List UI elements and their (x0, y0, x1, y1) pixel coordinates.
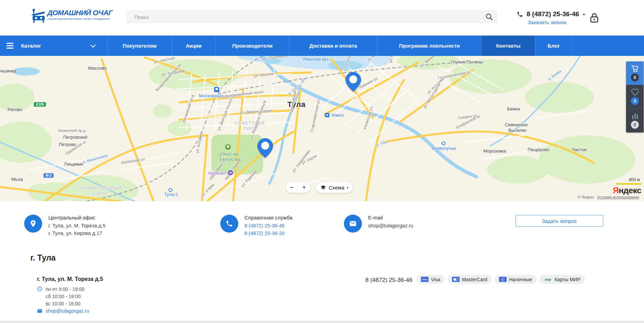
zoom-in-button[interactable]: + (298, 182, 310, 193)
payment-icon (499, 277, 507, 282)
branch-email-link[interactable]: shop@tulagorgaz.ru (46, 308, 89, 314)
payment-label: Наличные (509, 277, 532, 282)
compare-bars-icon (631, 112, 639, 120)
header-phone-block: 8 (4872) 25-36-46 Заказать звонок (517, 10, 585, 25)
map-label (442, 141, 445, 145)
nav-item-delivery[interactable]: Доставка и оплата (289, 36, 377, 56)
yandex-logo-ya: Я (613, 186, 619, 195)
payment-label: Карты МИР (555, 277, 580, 282)
hamburger-icon (7, 43, 13, 49)
email-title: E-mail (368, 215, 413, 221)
phone-circle-icon (220, 215, 238, 233)
search-button[interactable] (485, 13, 493, 21)
map-label: E105 (34, 102, 46, 107)
footer-edge (0, 321, 644, 323)
help-phones: 8 (4872) 25-36-468 (4872) 25-36-20 (244, 222, 292, 237)
branch-address: г. Тула, ул. М. Тореза д.5 (37, 276, 103, 282)
favorites-count-badge: 0 (631, 97, 639, 105)
help-title: Справочная служба (244, 215, 292, 221)
compare-count-badge: 0 (631, 121, 639, 129)
account-login-button[interactable] (589, 12, 599, 23)
header: Домашний Очаг Специализированный магазин… (0, 0, 644, 36)
lock-icon (589, 12, 599, 23)
nav-item-customers[interactable]: Покупателям (107, 36, 172, 56)
phone-dropdown[interactable]: 8 (4872) 25-36-46 (517, 10, 585, 18)
logo[interactable]: Домашний Очаг Специализированный магазин… (31, 8, 113, 23)
heart-icon (631, 88, 639, 96)
page: Домашний Очаг Специализированный магазин… (0, 0, 644, 323)
map-label: Тула-2 (164, 192, 178, 197)
payment-badge: мир Карты МИР (539, 275, 585, 284)
map-label: Ряжский вкз. (303, 57, 330, 62)
nav-item-catalog[interactable]: Каталог (0, 36, 107, 56)
phone-icon (517, 11, 523, 18)
cart-widget-button[interactable]: 0 (626, 61, 644, 85)
office-address-line: г. Тула, ул. М. Тореза д.5 (48, 222, 106, 229)
nav-item-loyalty[interactable]: Программа лояльности (377, 36, 481, 56)
zoom-out-button[interactable]: − (286, 182, 298, 193)
payment-icon (452, 277, 460, 282)
map-label: М-2 (44, 173, 54, 178)
terms-link[interactable]: Условия использования (597, 195, 639, 199)
envelope-small-icon (37, 308, 42, 315)
payment-badge: Наличные (494, 275, 537, 284)
map-label (169, 188, 172, 192)
payment-icon: мир (544, 277, 552, 282)
callback-link[interactable]: Заказать звонок (528, 19, 585, 25)
search-bar (126, 10, 497, 23)
map-label: Морозовка (483, 148, 506, 154)
map-placemark[interactable] (345, 72, 361, 93)
ask-question-button[interactable]: Задать вопрос (516, 215, 603, 227)
map-label: Белоусова (220, 157, 240, 162)
clock-icon (37, 286, 42, 293)
email-value: shop@tulagorgaz.ru (368, 222, 413, 229)
map-label: Криволучье (432, 146, 456, 151)
yandex-logo[interactable]: Яндекс (613, 186, 641, 195)
map-label: Макси (331, 113, 344, 118)
brand-stove-icon (31, 8, 45, 23)
map-scale-label: 800 м (629, 177, 640, 182)
map-placemark[interactable] (257, 138, 273, 159)
hours-line: пн-пт 9:00 - 19:00 (46, 286, 85, 293)
payment-badge: VISA Visa (416, 275, 445, 284)
map-layer-button[interactable]: Схема ▾ (316, 182, 353, 193)
map-label: ПРИВОКЗАЛЬНЫЙ (78, 186, 122, 190)
map-label (225, 144, 231, 150)
layers-icon (320, 185, 326, 191)
office-block: Центральный офис г. Тула, ул. М. Тореза … (24, 215, 106, 237)
map-label: Маслово (88, 66, 107, 71)
help-phone-link[interactable]: 8 (4872) 25-36-46 (244, 222, 292, 229)
map-label: Мыза (11, 177, 23, 182)
yandex-map[interactable]: Иншинка Маслово Ратово E105 Петровский П… (0, 56, 644, 201)
search-input[interactable] (134, 11, 473, 23)
side-widget-panel: 0 0 0 (626, 61, 644, 133)
payment-icon: VISA (421, 277, 429, 282)
map-label: Ханинский пр-д (58, 128, 86, 133)
cart-count-badge: 0 (631, 74, 639, 81)
envelope-icon (344, 215, 362, 233)
favorites-widget-button[interactable]: 0 (626, 85, 644, 109)
city-heading: г. Тула (30, 253, 56, 263)
map-scale-bar (616, 183, 641, 185)
map-label: Петровский (63, 135, 87, 140)
map-label (228, 170, 233, 175)
map-label: Сеженские (505, 122, 528, 127)
working-hours: пн-пт 9:00 - 19:00сб 10:00 - 18:00вс 10:… (46, 286, 85, 307)
header-phone-number[interactable]: 8 (4872) 25-36-46 (527, 10, 579, 18)
compare-widget-button[interactable]: 0 (626, 109, 644, 133)
hours-line: сб 10:00 - 18:00 (46, 293, 85, 300)
brand-tagline: Специализированный магазин газового обор… (47, 18, 113, 20)
nav-item-contacts[interactable]: Контакты (481, 36, 535, 56)
nav-item-manufacturers[interactable]: Производители (215, 36, 289, 56)
nav-item-promos[interactable]: Акции (172, 36, 215, 56)
chevron-down-icon (90, 42, 96, 48)
chevron-down-icon (583, 14, 585, 16)
map-label (214, 87, 219, 92)
map-attribution: © ЯндексУсловия использования (578, 195, 639, 199)
map-label: ЦПКиО им. (218, 152, 239, 157)
layer-label: Схема (329, 185, 344, 190)
cart-icon (631, 65, 639, 72)
nav-item-blog[interactable]: Блог (535, 36, 572, 56)
location-pin-icon (24, 215, 42, 233)
help-phone-link[interactable]: 8 (4872) 25-36-20 (244, 229, 292, 237)
